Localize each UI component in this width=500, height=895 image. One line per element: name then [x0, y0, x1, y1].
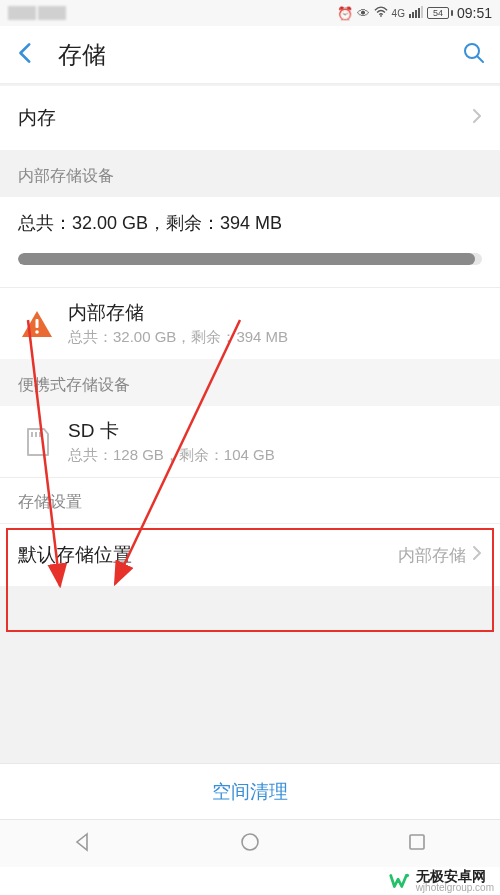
- app-header: 存储: [0, 26, 500, 84]
- chevron-right-icon: [472, 545, 482, 565]
- sd-card-sub: 总共：128 GB，剩余：104 GB: [68, 446, 275, 465]
- search-button[interactable]: [462, 41, 486, 69]
- default-storage-value: 内部存储: [398, 544, 466, 567]
- battery-indicator: 54: [427, 7, 453, 19]
- back-button[interactable]: [14, 40, 40, 70]
- svg-point-9: [35, 330, 39, 334]
- svg-rect-4: [418, 8, 420, 18]
- portable-section-header: 便携式存储设备: [0, 359, 500, 406]
- eye-icon: 👁: [357, 6, 370, 21]
- summary-total-prefix: 总共：: [18, 213, 72, 233]
- summary-free: 394 MB: [220, 213, 282, 233]
- nav-back-button[interactable]: [71, 830, 95, 858]
- default-storage-row[interactable]: 默认存储位置 内部存储: [0, 524, 500, 586]
- network-label: 4G: [392, 8, 405, 19]
- svg-rect-17: [410, 835, 424, 849]
- sd-card-name: SD 卡: [68, 418, 275, 444]
- clock: 09:51: [457, 5, 492, 21]
- storage-usage-bar: [18, 253, 482, 265]
- nav-home-button[interactable]: [238, 830, 262, 858]
- svg-rect-2: [412, 12, 414, 18]
- svg-rect-1: [409, 14, 411, 18]
- watermark-logo-icon: [388, 870, 410, 892]
- summary-sep: ，剩余：: [148, 213, 220, 233]
- internal-storage-row[interactable]: 内部存储 总共：32.00 GB，剩余：394 MB: [0, 288, 500, 359]
- nav-recent-button[interactable]: [405, 830, 429, 858]
- svg-line-7: [477, 56, 483, 62]
- watermark-brand: 无极安卓网: [416, 869, 494, 883]
- storage-cleanup-button[interactable]: 空间清理: [0, 763, 500, 819]
- svg-point-16: [242, 834, 258, 850]
- default-storage-label: 默认存储位置: [18, 542, 132, 568]
- navigation-bar: [0, 819, 500, 867]
- memory-label: 内存: [18, 105, 56, 131]
- internal-section-header: 内部存储设备: [0, 150, 500, 197]
- svg-point-0: [380, 15, 382, 17]
- internal-storage-name: 内部存储: [68, 300, 288, 326]
- svg-rect-8: [36, 319, 39, 328]
- wifi-icon: [374, 6, 388, 21]
- storage-settings-header: 存储设置: [0, 477, 500, 524]
- signal-icon: [409, 6, 423, 21]
- memory-row[interactable]: 内存: [0, 86, 500, 150]
- sd-card-row[interactable]: SD 卡 总共：128 GB，剩余：104 GB: [0, 406, 500, 477]
- watermark: 无极安卓网 wjhotelgroup.com: [0, 867, 500, 895]
- internal-summary: 总共：32.00 GB，剩余：394 MB: [0, 197, 500, 287]
- svg-rect-3: [415, 10, 417, 18]
- internal-storage-sub: 总共：32.00 GB，剩余：394 MB: [68, 328, 288, 347]
- svg-rect-5: [421, 6, 423, 18]
- status-bar: ⏰ 👁 4G 54 09:51: [0, 0, 500, 26]
- status-left-blurred: [8, 6, 68, 20]
- warning-triangle-icon: [18, 307, 56, 341]
- summary-total: 32.00 GB: [72, 213, 148, 233]
- sd-card-icon: [18, 427, 56, 457]
- watermark-url: wjhotelgroup.com: [416, 883, 494, 893]
- page-title: 存储: [58, 39, 444, 71]
- status-right: ⏰ 👁 4G 54 09:51: [337, 5, 492, 21]
- alarm-icon: ⏰: [337, 6, 353, 21]
- storage-cleanup-label: 空间清理: [212, 779, 288, 805]
- battery-percent: 54: [433, 8, 443, 18]
- svg-point-18: [405, 874, 409, 878]
- chevron-right-icon: [472, 108, 482, 128]
